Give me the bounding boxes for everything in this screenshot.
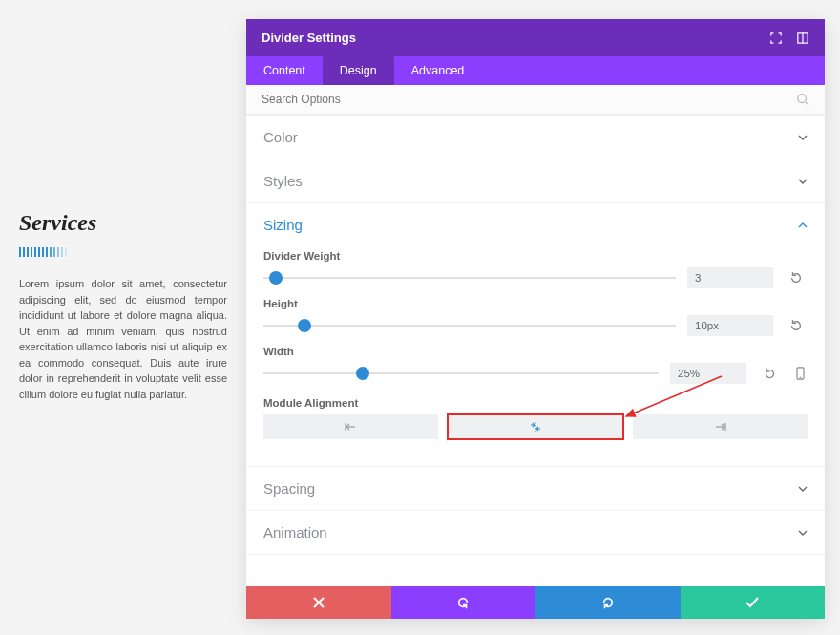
section-sizing-body: Divider Weight Height <box>246 246 825 466</box>
responsive-icon[interactable] <box>792 367 808 380</box>
cancel-button[interactable] <box>246 586 391 619</box>
chevron-down-icon <box>798 484 808 494</box>
preview-divider <box>19 247 69 257</box>
chevron-up-icon <box>798 221 808 230</box>
section-color[interactable]: Color <box>246 115 825 159</box>
search-input[interactable] <box>262 93 796 106</box>
section-spacing[interactable]: Spacing <box>246 466 825 510</box>
weight-label: Divider Weight <box>263 250 808 262</box>
section-sizing-title: Sizing <box>263 217 303 233</box>
modal-titlebar: Divider Settings <box>246 19 825 56</box>
tab-content[interactable]: Content <box>246 56 323 85</box>
chevron-down-icon <box>798 177 808 186</box>
section-color-title: Color <box>263 129 298 145</box>
section-sizing[interactable]: Sizing <box>246 202 825 246</box>
redo-button[interactable] <box>536 586 681 619</box>
weight-slider-thumb[interactable] <box>269 271 283 285</box>
height-slider[interactable] <box>263 319 676 332</box>
align-label: Module Alignment <box>263 397 808 409</box>
width-reset-button[interactable] <box>758 368 781 380</box>
tab-design[interactable]: Design <box>323 56 394 85</box>
height-label: Height <box>263 298 808 309</box>
modal-scroll: Color Styles Sizing Divider Weight <box>246 115 825 586</box>
section-styles[interactable]: Styles <box>246 159 825 202</box>
width-slider-thumb[interactable] <box>356 367 369 380</box>
weight-reset-button[interactable] <box>785 271 808 285</box>
section-animation-title: Animation <box>263 524 327 540</box>
tab-advanced[interactable]: Advanced <box>394 56 482 85</box>
modal-tabs: Content Design Advanced <box>246 56 825 85</box>
align-right-button[interactable] <box>633 414 808 439</box>
width-label: Width <box>263 346 808 357</box>
chevron-down-icon <box>798 528 808 538</box>
page-preview: Services Lorem ipsum dolor sit amet, con… <box>0 0 246 635</box>
svg-point-2 <box>798 95 807 103</box>
width-value-input[interactable] <box>670 363 746 384</box>
chevron-down-icon <box>798 133 808 142</box>
width-slider[interactable] <box>263 367 659 380</box>
search-icon <box>796 93 809 106</box>
align-center-button[interactable] <box>448 414 622 439</box>
expand-icon[interactable] <box>769 32 783 45</box>
svg-line-3 <box>806 102 809 106</box>
section-styles-title: Styles <box>263 173 303 189</box>
search-row <box>246 85 825 115</box>
height-value-input[interactable] <box>687 315 773 336</box>
height-slider-thumb[interactable] <box>298 319 311 332</box>
snap-icon[interactable] <box>796 32 809 45</box>
section-animation[interactable]: Animation <box>246 510 825 555</box>
preview-heading: Services <box>19 210 227 236</box>
settings-modal: Divider Settings Content Design Advanced <box>246 19 825 619</box>
undo-button[interactable] <box>391 586 536 619</box>
modal-footer <box>246 586 825 619</box>
weight-slider[interactable] <box>263 271 676 285</box>
modal-title: Divider Settings <box>262 31 356 45</box>
height-reset-button[interactable] <box>785 319 808 332</box>
preview-paragraph: Lorem ipsum dolor sit amet, consectetur … <box>19 276 227 402</box>
confirm-button[interactable] <box>681 586 826 619</box>
align-left-button[interactable] <box>263 414 438 439</box>
section-spacing-title: Spacing <box>263 480 315 497</box>
weight-value-input[interactable] <box>687 267 773 288</box>
